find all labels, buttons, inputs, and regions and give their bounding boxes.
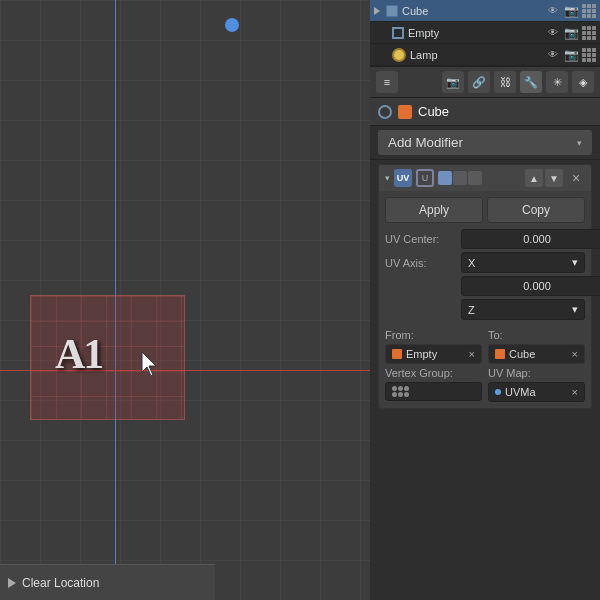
chevron-down-icon: ▾ xyxy=(577,138,582,148)
object-header: Cube xyxy=(370,98,600,126)
camera-icon-empty[interactable]: 📷 xyxy=(564,26,578,40)
copy-button[interactable]: Copy xyxy=(487,197,585,223)
uv-axis-z-dropdown[interactable]: Z ▾ xyxy=(461,299,585,320)
uv-map-dot-icon xyxy=(495,389,501,395)
mod-tab-3 xyxy=(468,171,482,185)
modifier-tabs-icon xyxy=(438,171,482,185)
modifier-down-button[interactable]: ▼ xyxy=(545,169,563,187)
prop-icon-constraints[interactable]: ⛓ xyxy=(494,71,516,93)
modifier-card: ▾ UV U ▲ ▼ × Apply Copy xyxy=(378,164,592,409)
from-object-name: Empty xyxy=(406,348,437,360)
uv-axis-x-chevron: ▾ xyxy=(572,256,578,269)
operator-label: Clear Location xyxy=(22,576,99,590)
viewport[interactable]: A1 Clear Location xyxy=(0,0,370,600)
uv-axis-label: UV Axis: xyxy=(385,257,455,269)
scene-item-empty[interactable]: Empty 👁 📷 xyxy=(370,22,600,44)
panel-icon-scene[interactable]: ≡ xyxy=(376,71,398,93)
uv-map-clear-icon[interactable]: × xyxy=(572,386,578,398)
scene-item-label-lamp: Lamp xyxy=(410,49,542,61)
apply-button[interactable]: Apply xyxy=(385,197,483,223)
uv-axis-z-chevron: ▾ xyxy=(572,303,578,316)
operator-triangle-icon xyxy=(8,578,16,588)
object-name: Cube xyxy=(418,104,592,119)
scene-item-label-cube: Cube xyxy=(402,5,542,17)
operator-panel[interactable]: Clear Location xyxy=(0,564,215,600)
empty-icon xyxy=(392,27,404,39)
to-object-pill[interactable]: Cube × xyxy=(488,344,585,364)
expand-icon xyxy=(374,7,380,15)
cube-icon xyxy=(386,5,398,17)
eye-icon-cube[interactable]: 👁 xyxy=(546,4,560,18)
add-modifier-row: Add Modifier ▾ xyxy=(370,126,600,160)
scene-list: Cube 👁 📷 Empty 👁 📷 xyxy=(370,0,600,67)
from-column: From: Empty × xyxy=(385,329,482,364)
uv-center-x-input[interactable] xyxy=(461,229,600,249)
grid-icon-cube xyxy=(582,4,596,18)
scene-item-cube[interactable]: Cube 👁 📷 xyxy=(370,0,600,22)
from-label: From: xyxy=(385,329,482,341)
mod-tab-1 xyxy=(438,171,452,185)
add-modifier-label: Add Modifier xyxy=(388,135,463,150)
eye-icon-lamp[interactable]: 👁 xyxy=(546,48,560,62)
vertex-group-field[interactable] xyxy=(385,382,482,401)
object-link-icon xyxy=(378,105,392,119)
vertex-group-uv-map-row: Vertex Group: UV Map: UVMa × xyxy=(379,367,591,408)
lamp-icon xyxy=(392,48,406,62)
scene-item-lamp[interactable]: Lamp 👁 📷 xyxy=(370,44,600,66)
prop-icon-modifiers[interactable]: 🔧 xyxy=(520,71,542,93)
uv-center-z-input[interactable] xyxy=(461,276,600,296)
uv-map-value: UVMa xyxy=(505,386,536,398)
mouse-cursor xyxy=(140,350,164,378)
prop-icon-render[interactable]: 📷 xyxy=(442,71,464,93)
eye-icon-empty[interactable]: 👁 xyxy=(546,26,560,40)
prop-icon-object[interactable]: 🔗 xyxy=(468,71,490,93)
vertex-group-label: Vertex Group: xyxy=(385,367,482,379)
camera-icon-cube[interactable]: 📷 xyxy=(564,4,578,18)
to-object-name: Cube xyxy=(509,348,535,360)
uv-axis-z-row: Z ▾ xyxy=(385,299,585,320)
to-label: To: xyxy=(488,329,585,341)
grid-icon-empty xyxy=(582,26,596,40)
vertex-group-dots-icon xyxy=(392,386,409,397)
cursor-dot xyxy=(225,18,239,32)
right-panel: Cube 👁 📷 Empty 👁 📷 xyxy=(370,0,600,600)
uv-axis-z-value: Z xyxy=(468,304,475,316)
from-object-icon xyxy=(392,349,402,359)
prop-icon-particles[interactable]: ✳ xyxy=(546,71,568,93)
grid-icon-lamp xyxy=(582,48,596,62)
vertex-group-col: Vertex Group: xyxy=(385,367,482,402)
modifier-close-button[interactable]: × xyxy=(567,169,585,187)
modifier-action-row: Apply Copy xyxy=(379,191,591,229)
uv-center-row: UV Center: xyxy=(385,229,585,249)
scene-item-label-empty: Empty xyxy=(408,27,542,39)
modifier-arrows: ▲ ▼ xyxy=(525,169,563,187)
to-column: To: Cube × xyxy=(488,329,585,364)
modifier-expand-icon[interactable]: ▾ xyxy=(385,173,390,183)
camera-icon-lamp[interactable]: 📷 xyxy=(564,48,578,62)
main-container: A1 Clear Location Cube 👁 📷 xyxy=(0,0,600,600)
object-mesh-icon xyxy=(398,105,412,119)
properties-toolbar: ≡ 📷 🔗 ⛓ 🔧 ✳ ◈ xyxy=(370,67,600,98)
a1-label: A1 xyxy=(55,330,102,378)
uv-center-z-row xyxy=(385,276,585,296)
modifier-header: ▾ UV U ▲ ▼ × xyxy=(379,165,591,191)
mod-tab-2 xyxy=(453,171,467,185)
uv-axis-x-value: X xyxy=(468,257,475,269)
uv-center-label: UV Center: xyxy=(385,233,455,245)
modifier-up-button[interactable]: ▲ xyxy=(525,169,543,187)
from-to-row: From: Empty × To: Cube × xyxy=(379,329,591,367)
modifier-uv-icon: UV xyxy=(394,169,412,187)
modifier-u-icon: U xyxy=(416,169,434,187)
uv-map-col: UV Map: UVMa × xyxy=(488,367,585,402)
uv-map-field[interactable]: UVMa × xyxy=(488,382,585,402)
from-object-pill[interactable]: Empty × xyxy=(385,344,482,364)
to-object-icon xyxy=(495,349,505,359)
add-modifier-button[interactable]: Add Modifier ▾ xyxy=(378,130,592,155)
to-object-clear-icon[interactable]: × xyxy=(572,348,578,360)
uv-axis-row: UV Axis: X ▾ xyxy=(385,252,585,273)
modifier-fields: UV Center: UV Axis: X ▾ xyxy=(379,229,591,329)
uv-map-label: UV Map: xyxy=(488,367,585,379)
prop-icon-physics[interactable]: ◈ xyxy=(572,71,594,93)
uv-axis-x-dropdown[interactable]: X ▾ xyxy=(461,252,585,273)
from-object-clear-icon[interactable]: × xyxy=(469,348,475,360)
